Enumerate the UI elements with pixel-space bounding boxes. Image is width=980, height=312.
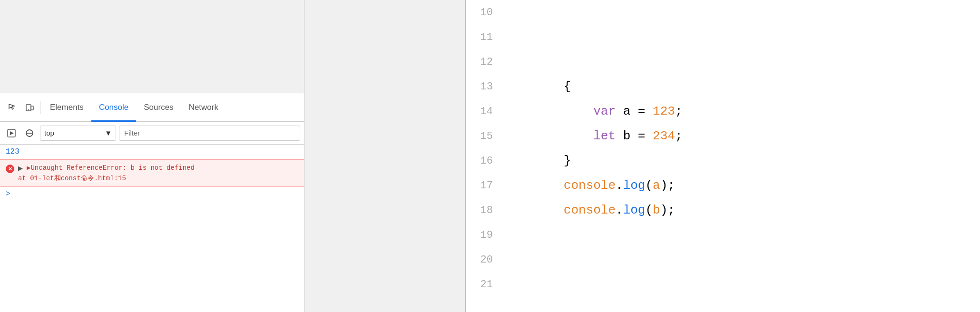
- code-line: 18 console.log(b);: [466, 198, 980, 223]
- console-error-line1: ▶ ▶Uncaught ReferenceError: b is not def…: [6, 164, 298, 173]
- line-content: console.log(b);: [504, 203, 675, 217]
- code-line: 20: [466, 247, 980, 272]
- line-content: }: [504, 154, 571, 168]
- svg-rect-1: [31, 106, 33, 110]
- code-line: 21: [466, 272, 980, 297]
- console-error-row: ▶ ▶Uncaught ReferenceError: b is not def…: [0, 159, 304, 187]
- line-number: 13: [466, 81, 504, 93]
- code-editor: 10111213 {14 var a = 123;15 let b = 234;…: [466, 0, 980, 312]
- code-line: 12: [466, 49, 980, 74]
- line-number: 20: [466, 254, 504, 266]
- code-line: 10: [466, 0, 980, 25]
- line-number: 15: [466, 130, 504, 142]
- error-icon: [6, 165, 14, 173]
- code-line: 16 }: [466, 148, 980, 173]
- line-number: 18: [466, 205, 504, 216]
- tab-divider-1: [40, 101, 40, 114]
- line-number: 16: [466, 155, 504, 167]
- console-toolbar: top ▼: [0, 122, 304, 145]
- tab-network[interactable]: Network: [181, 93, 226, 122]
- devtools-preview-area: [0, 0, 304, 93]
- line-number: 10: [466, 7, 504, 19]
- clear-button[interactable]: [22, 126, 37, 141]
- code-line: 13 {: [466, 74, 980, 99]
- code-panel: 10111213 {14 var a = 123;15 let b = 234;…: [466, 0, 980, 312]
- code-line: 19: [466, 223, 980, 247]
- console-output: 123 ▶ ▶Uncaught ReferenceError: b is not…: [0, 145, 304, 312]
- code-line: 17 console.log(a);: [466, 173, 980, 198]
- code-line: 11: [466, 25, 980, 49]
- prompt-arrow-icon: >: [6, 190, 10, 198]
- line-content: let b = 234;: [504, 129, 683, 143]
- inspector-icon-button[interactable]: [4, 99, 21, 116]
- tab-elements[interactable]: Elements: [42, 93, 91, 122]
- svg-marker-4: [10, 131, 14, 135]
- console-prompt[interactable]: >: [0, 187, 304, 201]
- line-content: console.log(a);: [504, 178, 675, 193]
- devtools-panel: Elements Console Sources Network: [0, 0, 304, 312]
- code-line: 14 var a = 123;: [466, 99, 980, 124]
- code-lines: 10111213 {14 var a = 123;15 let b = 234;…: [466, 0, 980, 312]
- line-number: 21: [466, 279, 504, 291]
- line-content: var a = 123;: [504, 104, 683, 118]
- chevron-down-icon: ▼: [105, 129, 112, 137]
- devtools-tab-bar: Elements Console Sources Network: [0, 93, 304, 122]
- tab-console[interactable]: Console: [91, 93, 136, 122]
- line-number: 17: [466, 180, 504, 192]
- console-output-line-123: 123: [0, 145, 304, 159]
- device-icon-button[interactable]: [21, 99, 38, 116]
- middle-area: [304, 0, 466, 312]
- code-line: 15 let b = 234;: [466, 124, 980, 148]
- run-button[interactable]: [4, 126, 19, 141]
- context-selector[interactable]: top ▼: [40, 126, 116, 141]
- error-location-link[interactable]: 01-let和const命令.html:15: [30, 175, 126, 182]
- tab-sources[interactable]: Sources: [136, 93, 181, 122]
- error-expand-button[interactable]: ▶: [18, 165, 23, 172]
- line-content: {: [504, 79, 571, 94]
- line-number: 12: [466, 56, 504, 68]
- error-message-text: ▶Uncaught ReferenceError: b is not defin…: [27, 164, 195, 172]
- line-number: 14: [466, 106, 504, 117]
- line-number: 19: [466, 229, 504, 241]
- filter-input[interactable]: [119, 126, 300, 141]
- line-number: 11: [466, 31, 504, 43]
- error-location: at 01-let和const命令.html:15: [6, 174, 298, 183]
